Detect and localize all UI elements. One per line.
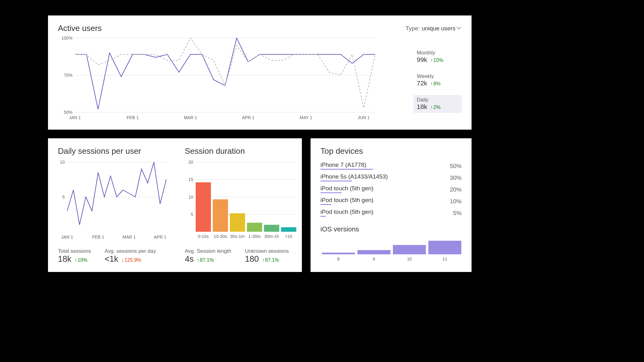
svg-text:1-30m: 1-30m (248, 234, 261, 239)
svg-text:JUN 1: JUN 1 (358, 115, 370, 120)
device-pct: 5% (453, 210, 462, 217)
type-value: unique users (422, 25, 455, 32)
daily-sessions-title: Daily sessions per user (58, 146, 169, 156)
stat-avg-sessions-delta: 125.9% (121, 257, 141, 263)
chevron-down-icon (457, 26, 462, 31)
svg-rect-30 (213, 199, 228, 232)
arrow-up-icon (197, 257, 199, 263)
svg-text:30s-1m: 30s-1m (230, 234, 245, 239)
daily-sessions-chart: 510JAN 1FEB 1MAR 1APR 1 (58, 156, 169, 243)
svg-text:5: 5 (62, 195, 65, 200)
device-row[interactable]: iPod touch (5th gen)5% (320, 209, 462, 217)
legend-daily-delta: 2% (430, 105, 441, 110)
stat-unknown-sessions-label: Unknown sessions (245, 248, 289, 254)
device-name: iPod touch (5th gen) (320, 209, 373, 217)
svg-rect-32 (230, 213, 245, 232)
legend-monthly-value: 99k (417, 56, 427, 63)
svg-text:10: 10 (188, 195, 193, 200)
active-users-card: Active users Type: unique users 50%75%10… (48, 15, 472, 130)
stat-total-sessions-delta: 10% (75, 257, 88, 263)
stat-avg-sessions-label: Avg. sessions per day (105, 248, 156, 254)
stat-total-sessions-value: 18k (58, 254, 72, 264)
top-devices-title: Top devices (320, 146, 462, 156)
legend-daily-value: 18k (417, 103, 427, 110)
stat-total-sessions-label: Total sessions (58, 248, 91, 254)
svg-text:10: 10 (60, 160, 65, 165)
svg-text:0-10s: 0-10s (198, 234, 209, 239)
active-users-chart: 50%75%100%JAN 1FEB 1MAR 1APR 1MAY 1JUN 1 (58, 35, 380, 122)
legend-weekly-value: 72k (417, 80, 427, 87)
device-bar (320, 216, 326, 217)
svg-text:MAR 1: MAR 1 (184, 115, 197, 120)
device-bar (320, 169, 373, 170)
svg-rect-42 (358, 250, 391, 254)
legend-daily[interactable]: Daily 18k 2% (414, 95, 462, 113)
stat-avg-sessions-value: <1k (105, 254, 118, 264)
svg-text:FEB 1: FEB 1 (92, 235, 104, 239)
svg-rect-46 (429, 241, 462, 254)
svg-text:>1h: >1h (285, 234, 293, 239)
legend-weekly-delta: 8% (430, 81, 441, 87)
device-bar (320, 204, 331, 205)
stat-total-sessions: Total sessions 18k 10% (58, 248, 91, 264)
legend-monthly-delta: 10% (430, 58, 443, 63)
device-pct: 20% (450, 186, 462, 193)
device-bar (320, 192, 342, 193)
device-bar (320, 181, 352, 182)
svg-text:MAY 1: MAY 1 (300, 115, 312, 120)
legend-daily-label: Daily (417, 97, 459, 103)
device-row[interactable]: iPhone 5s (A1433/A1453)30% (320, 173, 462, 181)
device-pct: 30% (450, 175, 462, 181)
stat-avg-length-delta: 87.1% (197, 257, 214, 263)
svg-text:10: 10 (407, 256, 412, 261)
svg-text:20: 20 (188, 160, 193, 165)
svg-text:JAN 1: JAN 1 (61, 235, 73, 239)
ios-versions-chart: 891011 (320, 236, 463, 264)
stat-avg-length: Avg. Session length 4s 87.1% (185, 248, 231, 264)
stat-unknown-sessions-delta: 87.1% (262, 257, 279, 263)
svg-text:50%: 50% (64, 110, 72, 115)
svg-text:APR 1: APR 1 (242, 115, 255, 120)
svg-rect-36 (264, 225, 279, 232)
svg-text:8: 8 (337, 256, 340, 261)
active-users-legend: Monthly 99k 10% Weekly 72k 8% Daily 18k … (414, 35, 462, 122)
arrow-up-icon (430, 81, 433, 87)
svg-rect-38 (281, 227, 296, 232)
stat-unknown-sessions: Unknown sessions 180 87.1% (245, 248, 289, 264)
svg-text:15: 15 (188, 177, 193, 182)
svg-text:MAR 1: MAR 1 (123, 235, 136, 239)
device-pct: 50% (450, 163, 462, 170)
svg-rect-28 (196, 182, 211, 232)
svg-text:FEB 1: FEB 1 (127, 115, 139, 120)
svg-text:75%: 75% (64, 73, 72, 78)
active-users-title: Active users (58, 24, 102, 33)
svg-text:9: 9 (373, 256, 375, 261)
svg-text:5: 5 (191, 212, 193, 217)
device-name: iPod touch (5th gen) (320, 185, 373, 193)
device-pct: 10% (450, 198, 462, 205)
session-duration-title: Session duration (185, 146, 299, 156)
svg-text:10-30s: 10-30s (214, 234, 227, 239)
device-row[interactable]: iPod touch (5th gen)20% (320, 185, 462, 193)
legend-weekly-label: Weekly (417, 73, 459, 80)
device-row[interactable]: iPhone 7 (A1778)50% (320, 162, 462, 170)
stat-avg-length-value: 4s (185, 254, 194, 264)
arrow-up-icon (430, 58, 433, 63)
svg-rect-44 (393, 245, 426, 254)
arrow-up-icon (430, 105, 433, 110)
legend-weekly[interactable]: Weekly 72k 8% (414, 71, 462, 89)
devices-card: Top devices iPhone 7 (A1778)50%iPhone 5s… (311, 138, 472, 272)
type-label: Type: (406, 25, 420, 32)
svg-rect-40 (322, 253, 355, 255)
ios-versions-title: iOS versions (320, 225, 462, 233)
stat-avg-sessions: Avg. sessions per day <1k 125.9% (105, 248, 156, 264)
device-row[interactable]: iPod touch (5th gen)10% (320, 197, 462, 205)
device-name: iPhone 5s (A1433/A1453) (320, 173, 388, 181)
type-selector[interactable]: Type: unique users (406, 25, 462, 32)
device-name: iPhone 7 (A1778) (320, 162, 366, 170)
svg-text:JAN 1: JAN 1 (69, 115, 81, 120)
stat-unknown-sessions-value: 180 (245, 254, 259, 264)
svg-rect-34 (247, 223, 262, 232)
legend-monthly[interactable]: Monthly 99k 10% (414, 48, 462, 66)
arrow-up-icon (262, 257, 264, 263)
